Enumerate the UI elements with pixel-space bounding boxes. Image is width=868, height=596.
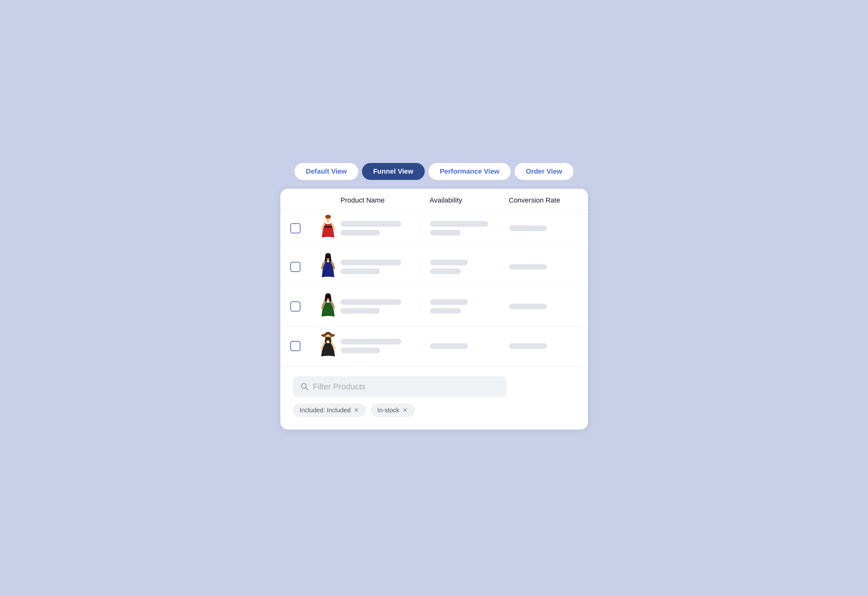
product-name-skeleton-3: [341, 299, 420, 314]
table-row: [280, 287, 588, 326]
row-checkbox-3[interactable]: [290, 302, 300, 312]
dress-figure-4: [319, 332, 337, 360]
skeleton-bar: [509, 343, 547, 349]
product-name-skeleton-1: [341, 221, 420, 235]
skeleton-bar: [430, 230, 461, 235]
dress-figure-3: [320, 293, 336, 320]
table-header: Product Name Availability Conversion Rat…: [280, 189, 588, 210]
conversion-skeleton-1: [499, 225, 578, 231]
row-checkbox-1[interactable]: [290, 223, 300, 233]
skeleton-bar: [430, 221, 489, 227]
checkbox-cell-2: [290, 262, 316, 272]
table-row: [280, 210, 588, 247]
svg-rect-2: [324, 226, 332, 228]
skeleton-bar: [430, 343, 468, 349]
product-image-3: [316, 293, 341, 320]
skeleton-bar: [341, 269, 380, 274]
conversion-skeleton-2: [499, 264, 578, 270]
product-image-2: [316, 253, 341, 281]
filter-tag-included[interactable]: Included: Included ✕: [293, 404, 366, 417]
availability-skeleton-1: [420, 221, 499, 235]
skeleton-bar: [430, 308, 461, 314]
skeleton-bar: [509, 264, 547, 270]
filter-tag-label-included: Included: Included: [300, 407, 351, 414]
filter-tag-close-instock[interactable]: ✕: [403, 407, 408, 413]
row-checkbox-2[interactable]: [290, 262, 300, 272]
bottom-section: Filter Products Included: Included ✕ In-…: [280, 366, 588, 430]
col-header-product-name: Product Name: [341, 196, 420, 204]
tab-order-view[interactable]: Order View: [515, 163, 574, 180]
skeleton-bar: [341, 230, 380, 235]
skeleton-bar: [430, 299, 468, 305]
conversion-skeleton-4: [499, 343, 578, 349]
svg-rect-7: [327, 298, 329, 300]
col-image: [316, 196, 341, 204]
table-row: [280, 326, 588, 366]
svg-line-12: [306, 388, 308, 390]
outer-wrapper: Default View Funnel View Performance Vie…: [268, 152, 601, 445]
table-row: [280, 247, 588, 287]
skeleton-bar: [341, 221, 402, 227]
search-icon: [300, 383, 309, 390]
product-name-skeleton-4: [341, 339, 420, 353]
filter-tags: Included: Included ✕ In-stock ✕: [293, 404, 415, 417]
filter-input-wrapper[interactable]: Filter Products: [293, 376, 506, 397]
dress-figure-1: [320, 215, 336, 241]
availability-skeleton-4: [420, 343, 499, 349]
checkbox-cell-1: [290, 223, 316, 233]
tab-default-view[interactable]: Default View: [294, 163, 358, 180]
svg-point-1: [325, 215, 331, 219]
conversion-skeleton-3: [499, 304, 578, 309]
svg-rect-3: [327, 221, 329, 223]
skeleton-bar: [341, 348, 380, 353]
product-image-1: [316, 215, 341, 241]
skeleton-bar: [341, 339, 402, 345]
skeleton-bar: [430, 260, 468, 265]
skeleton-bar: [341, 299, 402, 305]
svg-rect-5: [327, 258, 329, 260]
checkbox-cell-4: [290, 341, 316, 351]
skeleton-bar: [430, 269, 461, 274]
row-checkbox-4[interactable]: [290, 341, 300, 351]
tab-bar: Default View Funnel View Performance Vie…: [280, 163, 588, 180]
skeleton-bar: [509, 225, 547, 231]
table-body: [280, 210, 588, 366]
filter-tag-label-instock: In-stock: [377, 407, 399, 414]
skeleton-bar: [341, 308, 380, 314]
tab-funnel-view[interactable]: Funnel View: [362, 163, 425, 180]
skeleton-bar: [341, 260, 402, 265]
skeleton-bar: [509, 304, 547, 309]
col-header-conversion-rate: Conversion Rate: [499, 196, 578, 204]
product-image-4: [316, 332, 341, 360]
availability-skeleton-3: [420, 299, 499, 314]
filter-tag-close-included[interactable]: ✕: [354, 407, 359, 413]
col-header-availability: Availability: [420, 196, 499, 204]
availability-skeleton-2: [420, 260, 499, 274]
filter-input-placeholder: Filter Products: [313, 382, 366, 392]
checkbox-cell-3: [290, 302, 316, 312]
col-checkbox: [290, 196, 316, 204]
product-name-skeleton-2: [341, 260, 420, 274]
filter-tag-instock[interactable]: In-stock ✕: [371, 404, 415, 417]
dress-figure-2: [320, 253, 336, 281]
tab-performance-view[interactable]: Performance View: [428, 163, 511, 180]
main-card: Product Name Availability Conversion Rat…: [280, 189, 588, 430]
